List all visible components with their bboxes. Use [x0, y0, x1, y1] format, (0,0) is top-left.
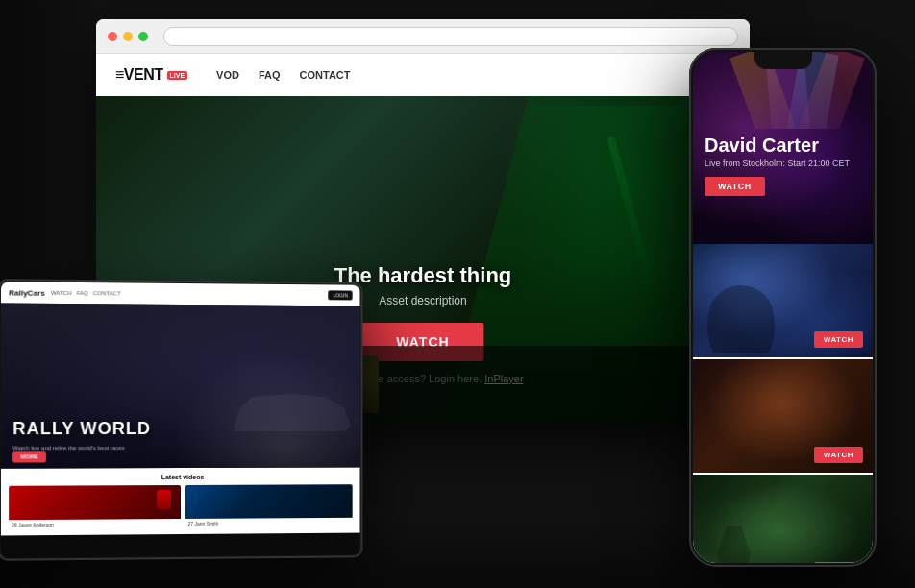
browser-dot-close[interactable] [108, 32, 117, 41]
mobile-watch-btn-hero[interactable]: WATCH [705, 177, 765, 196]
tablet-videos-title: Latest videos [9, 473, 353, 480]
mobile-card-watch-btn-2[interactable]: WATCH [814, 447, 863, 463]
tablet-hero: RALLY WORLD Watch live and relive the wo… [1, 304, 360, 469]
tablet-video-label-2: 27 Jann Smith [185, 518, 352, 528]
site-navbar: ≡VENT LIVE VOD FAQ CONTACT LOG IN [96, 54, 750, 96]
mc-watch-overlay-2: WATCH [814, 447, 863, 463]
browser-url-bar[interactable] [163, 27, 738, 46]
mobile-device: David Carter Live from Stockholm: Start … [689, 48, 877, 567]
mobile-cards: WATCH WATCH WATCH [693, 244, 873, 563]
tablet-video-label-1: 26 Jason Anderson [9, 519, 180, 529]
browser-dot-maximize[interactable] [138, 32, 148, 41]
tablet-thumb-1 [9, 485, 180, 520]
tablet-nav-links: WATCH FAQ CONTACT [51, 290, 121, 297]
mobile-card-3[interactable]: WATCH [693, 475, 873, 563]
tablet-logo: RallyCars [9, 288, 45, 297]
nav-vod[interactable]: VOD [216, 69, 239, 81]
mobile-card-2[interactable]: WATCH [693, 359, 873, 475]
mc-watch-overlay-3: WATCH [814, 562, 863, 563]
mobile-card-1[interactable]: WATCH [693, 244, 873, 359]
scene: ≡VENT LIVE VOD FAQ CONTACT LOG IN [0, 0, 915, 588]
tablet-thumb-2 [185, 484, 352, 519]
mobile-hero-text: David Carter Live from Stockholm: Start … [705, 135, 861, 196]
mobile-hero-name: David Carter [705, 135, 861, 156]
tablet-nav-contact[interactable]: CONTACT [93, 290, 121, 296]
mobile-card-watch-btn-1[interactable]: WATCH [814, 331, 863, 348]
mobile-screen: David Carter Live from Stockholm: Start … [693, 52, 873, 563]
mobile-notch [754, 52, 812, 69]
browser-chrome [96, 19, 750, 54]
mobile-card-watch-btn-3[interactable]: WATCH [814, 562, 863, 563]
nav-faq[interactable]: FAQ [259, 69, 281, 81]
logo-text: ≡VENT [115, 66, 163, 84]
nav-contact[interactable]: CONTACT [300, 69, 351, 81]
tablet-video-grid: 26 Jason Anderson 27 Jann Smith [9, 484, 353, 529]
tablet-video-card-1[interactable]: 26 Jason Anderson [9, 485, 180, 529]
tablet-navbar: RallyCars WATCH FAQ CONTACT LOGIN [1, 282, 360, 306]
drummer-silhouette [707, 285, 775, 353]
tablet-video-card-2[interactable]: 27 Jann Smith [185, 484, 352, 528]
site-logo: ≡VENT LIVE [115, 66, 187, 84]
tablet-screen: RallyCars WATCH FAQ CONTACT LOGIN RALLY … [1, 282, 360, 558]
logo-live-badge: LIVE [167, 71, 188, 80]
mobile-hero: David Carter Live from Stockholm: Start … [693, 52, 873, 244]
tablet-device: RallyCars WATCH FAQ CONTACT LOGIN RALLY … [0, 279, 362, 561]
mc-watch-overlay-1: WATCH [814, 331, 863, 348]
mobile-hero-sub: Live from Stockholm: Start 21:00 CET [705, 159, 861, 168]
browser-dot-minimize[interactable] [123, 32, 133, 41]
tablet-login-btn[interactable]: LOGIN [329, 290, 353, 300]
site-nav-links: VOD FAQ CONTACT [216, 69, 350, 81]
tablet-videos: Latest videos 26 Jason Anderson 27 Jann … [1, 467, 360, 535]
red-bull-decoration [156, 490, 170, 509]
tablet-nav-watch[interactable]: WATCH [51, 290, 72, 296]
tablet-hero-title: RALLY WORLD [12, 419, 151, 439]
tablet-brand-text: RallyCars [9, 288, 45, 297]
tablet-nav-faq[interactable]: FAQ [77, 290, 88, 296]
tablet-more-btn[interactable]: MORE [12, 451, 46, 462]
